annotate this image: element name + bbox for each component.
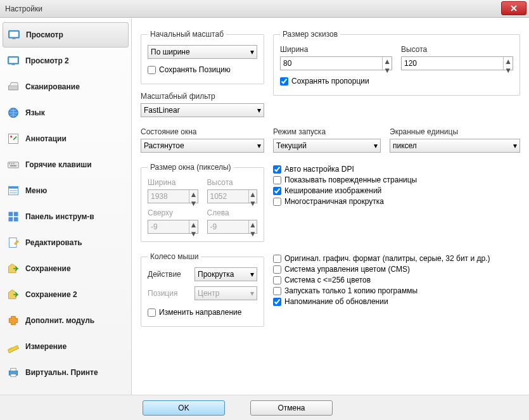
sidebar-label: Просмотр <box>26 30 63 39</box>
scanner-icon <box>6 80 20 94</box>
sidebar-item-menu[interactable]: Меню <box>3 178 129 203</box>
svg-rect-23 <box>8 345 18 353</box>
svg-rect-11 <box>11 163 13 165</box>
sidebar-item-toolbar[interactable]: Панель инструм-в <box>3 204 129 229</box>
sidebar-item-hotkeys[interactable]: Горячие клавиши <box>3 152 129 177</box>
globe-icon <box>6 106 20 120</box>
screen-units-label: Экранные единицы <box>390 127 520 136</box>
sidebar-label: Дополнит. модуль <box>25 316 94 325</box>
sidebar-item-view[interactable]: Просмотр <box>3 22 129 48</box>
sidebar-label: Меню <box>25 186 47 195</box>
cache-images-checkbox[interactable]: Кеширование изображений <box>273 186 520 195</box>
svg-rect-18 <box>9 212 13 217</box>
annotation-icon <box>6 132 20 146</box>
scale-filter-select[interactable]: FastLinear▾ <box>141 103 264 117</box>
multipage-scroll-checkbox[interactable]: Многостраничная прокрутка <box>273 197 520 206</box>
winsize-width-label: Ширина <box>148 178 198 187</box>
printer-icon <box>6 366 20 379</box>
wheel-position-label: Позиция <box>148 289 186 298</box>
winsize-left-label: Слева <box>207 208 258 217</box>
chevron-down-icon: ▾ <box>250 289 254 298</box>
chevron-down-icon: ▾ <box>513 141 517 150</box>
sidebar-item-save2[interactable]: Сохранение 2 <box>3 282 129 307</box>
svg-rect-15 <box>9 186 18 188</box>
sidebar-label: Просмотр 2 <box>25 56 69 65</box>
chevron-down-icon: ▾ <box>250 270 254 279</box>
chevron-down-icon: ▾ <box>257 141 261 150</box>
sidebar-label: Сохранение 2 <box>25 290 77 299</box>
chevron-down-icon: ▾ <box>250 48 254 56</box>
footer: OK Отмена <box>0 395 529 420</box>
keep-ratio-checkbox[interactable]: Сохранять пропорции <box>280 77 513 86</box>
svg-rect-12 <box>13 163 15 165</box>
sidebar: Просмотр Просмотр 2 Сканирование Язык Ан… <box>0 18 132 395</box>
cancel-button[interactable]: Отмена <box>250 400 333 416</box>
sidebar-item-plugin[interactable]: Дополнит. модуль <box>3 308 129 333</box>
save-icon <box>6 262 20 276</box>
update-reminder-checkbox[interactable]: Напоминание об обновлении <box>273 297 520 306</box>
sidebar-label: Горячие клавиши <box>25 160 92 169</box>
svg-rect-9 <box>8 162 19 168</box>
sidebar-label: Аннотации <box>25 134 67 143</box>
svg-point-8 <box>10 136 12 137</box>
thumb-width-input[interactable]: ▲▼ <box>280 56 392 70</box>
ok-button[interactable]: OK <box>143 400 225 416</box>
monitor-icon <box>7 28 21 42</box>
orig-format-checkbox[interactable]: Оригинал. графич. формат (палитры, серые… <box>273 254 520 263</box>
auto-dpi-checkbox[interactable]: Авто настройка DPI <box>273 165 520 174</box>
winsize-width-input: ▲▼ <box>148 189 198 203</box>
winsize-top-label: Сверху <box>148 208 198 217</box>
save-position-checkbox[interactable]: Сохранять Позицию <box>148 65 257 74</box>
svg-rect-4 <box>9 58 17 63</box>
edit-icon <box>6 236 20 250</box>
sidebar-item-annotations[interactable]: Аннотации <box>3 126 129 151</box>
start-mode-label: Режим запуска <box>273 127 381 136</box>
thumb-size-group: Размер эскизов Ширина ▲▼ Высота ▲▼ Сохра… <box>273 30 520 96</box>
plugin-icon <box>6 314 20 328</box>
sidebar-label: Сохранение <box>25 264 71 273</box>
svg-rect-13 <box>10 165 16 167</box>
sidebar-label: Сканирование <box>25 82 80 91</box>
show-damaged-checkbox[interactable]: Показывать поврежденные страницы <box>273 175 520 184</box>
sidebar-item-printer[interactable]: Виртуальн. Принте <box>3 360 129 385</box>
wheel-action-label: Действие <box>148 270 186 279</box>
screen-units-select[interactable]: пиксел▾ <box>390 139 520 153</box>
window-title: Настройки <box>5 4 42 13</box>
wheel-action-select[interactable]: Прокрутка▾ <box>194 267 257 281</box>
save-icon <box>6 288 20 302</box>
single-instance-checkbox[interactable]: Запускать только 1 копию программы <box>273 286 520 295</box>
cms-checkbox[interactable]: Система управления цветом (CMS) <box>273 265 520 274</box>
le256-checkbox[interactable]: Система с <=256 цветов <box>273 276 520 284</box>
chevron-down-icon: ▾ <box>257 106 261 115</box>
svg-rect-2 <box>13 38 16 39</box>
sidebar-item-save[interactable]: Сохранение <box>3 256 129 281</box>
titlebar: Настройки <box>0 0 529 18</box>
sidebar-item-edit[interactable]: Редактировать <box>3 230 129 255</box>
sidebar-item-scan[interactable]: Сканирование <box>3 74 129 99</box>
menu-icon <box>6 184 20 198</box>
thumb-size-legend: Размер эскизов <box>280 30 340 39</box>
svg-rect-1 <box>10 32 18 37</box>
mouse-wheel-legend: Колесо мыши <box>148 252 201 261</box>
start-mode-select[interactable]: Текущий▾ <box>273 139 381 153</box>
close-button[interactable] <box>501 1 526 15</box>
initial-scale-legend: Начальный масштаб <box>148 30 226 39</box>
sidebar-item-measure[interactable]: Измерение <box>3 334 129 359</box>
sidebar-item-view2[interactable]: Просмотр 2 <box>3 48 129 73</box>
sidebar-item-language[interactable]: Язык <box>3 100 129 125</box>
reverse-direction-checkbox[interactable]: Изменить направление <box>148 308 257 317</box>
winsize-height-label: Высота <box>207 178 258 187</box>
initial-scale-select[interactable]: По ширине▾ <box>148 45 257 59</box>
svg-rect-28 <box>11 374 16 377</box>
svg-rect-5 <box>12 64 15 65</box>
svg-rect-27 <box>11 368 16 371</box>
winsize-top-input: ▲▼ <box>148 220 198 234</box>
sidebar-label: Измерение <box>25 342 67 351</box>
thumb-width-label: Ширина <box>280 45 392 54</box>
thumb-height-input[interactable]: ▲▼ <box>401 56 513 70</box>
window-state-select[interactable]: Растянутое▾ <box>141 139 264 153</box>
chevron-down-icon: ▾ <box>374 141 378 150</box>
mouse-wheel-group: Колесо мыши Действие Прокрутка▾ Позиция … <box>141 252 264 327</box>
sidebar-label: Редактировать <box>25 238 82 247</box>
svg-rect-7 <box>9 134 18 144</box>
